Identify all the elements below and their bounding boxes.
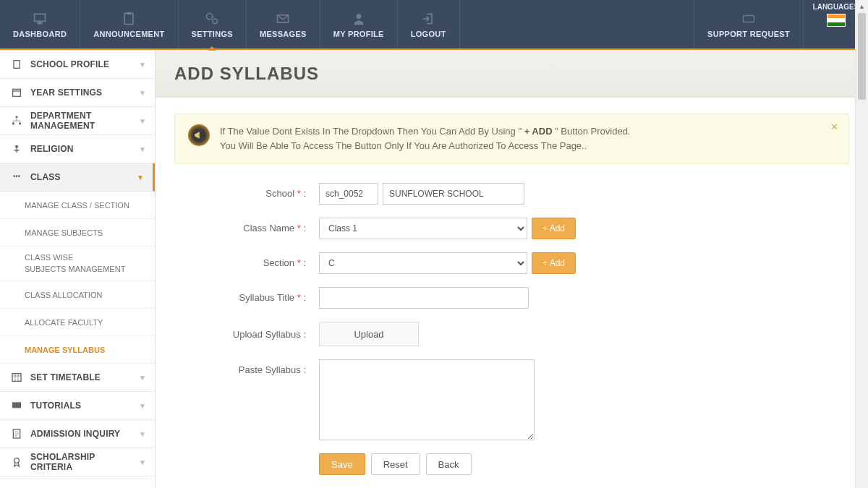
nav-dashboard[interactable]: DASHBOARD	[0, 0, 80, 48]
nav-label: ANNOUNCEMENT	[93, 30, 164, 38]
nav-label: MY PROFILE	[333, 30, 384, 38]
sidebar-item-label: DEPARTMENT MANAGEMENT	[30, 111, 139, 131]
svg-point-5	[356, 14, 361, 19]
nav-label: LOGOUT	[411, 30, 446, 38]
screen-icon	[10, 399, 23, 412]
sidebar-item-scholarship-criteria[interactable]: SCHOLARSHIP CRITERIA ▼	[0, 448, 155, 476]
svg-rect-0	[125, 13, 134, 24]
label-class: Class Name * :	[174, 218, 319, 234]
nav-announcement[interactable]: ANNOUNCEMENT	[80, 0, 178, 48]
nav-label: DASHBOARD	[13, 30, 67, 38]
row-school: School * :	[174, 183, 849, 205]
svg-rect-11	[19, 123, 21, 125]
gears-icon	[202, 11, 222, 27]
svg-rect-8	[13, 89, 21, 96]
svg-point-19	[14, 458, 20, 463]
sidebar-item-admission-inquiry[interactable]: ADMISSION INQUIRY ▼	[0, 420, 155, 448]
sidebar: SCHOOL PROFILE ▼ YEAR SETTINGS ▼ DEPARTM…	[0, 51, 156, 488]
alert-line1a: If The Value Dont Exists In The Dropdown…	[220, 126, 524, 137]
sidebar-item-religion[interactable]: RELIGION ▼	[0, 135, 155, 163]
nav-messages[interactable]: MESSAGES	[247, 0, 320, 48]
sidebar-item-class[interactable]: CLASS ▼	[0, 163, 155, 192]
required-mark: *	[297, 257, 301, 268]
alert-text: If The Value Dont Exists In The Dropdown…	[220, 124, 631, 153]
nav-settings[interactable]: SETTINGS	[179, 0, 247, 48]
info-alert: If The Value Dont Exists In The Dropdown…	[174, 114, 849, 164]
sidebar-item-label: SCHOLARSHIP CRITERIA	[30, 452, 139, 472]
sub-label-line1: CLASS WISE	[25, 252, 73, 263]
sidebar-item-school-profile[interactable]: SCHOOL PROFILE ▼	[0, 51, 155, 79]
syllabus-title-input[interactable]	[319, 287, 529, 309]
row-syllabus-title: Syllabus Title * :	[174, 287, 849, 309]
reset-button[interactable]: Reset	[371, 453, 420, 475]
logout-icon	[418, 11, 438, 27]
chevron-down-icon: ▼	[139, 430, 146, 438]
top-navigation: DASHBOARD ANNOUNCEMENT SETTINGS MESSAGES…	[0, 0, 868, 48]
school-code-input[interactable]	[319, 183, 378, 205]
class-select[interactable]: Class 1	[319, 218, 527, 239]
megaphone-icon	[188, 124, 210, 146]
nav-support-request[interactable]: SUPPORT REQUEST	[694, 0, 803, 48]
add-section-button[interactable]: + Add	[532, 252, 576, 274]
alert-close-icon[interactable]: ✕	[830, 121, 838, 132]
svg-point-2	[207, 13, 213, 19]
alert-line1b: " Button Provided.	[553, 126, 631, 137]
ticket-icon	[739, 11, 759, 27]
nav-label: SETTINGS	[192, 30, 233, 38]
required-mark: *	[297, 292, 301, 303]
paste-syllabus-textarea[interactable]	[319, 359, 535, 440]
section-select[interactable]: C	[319, 252, 527, 274]
sub-manage-class-section[interactable]: MANAGE CLASS / SECTION	[0, 192, 155, 219]
sub-label-line2: SUBJECTS MANAGEMENT	[25, 264, 125, 275]
svg-point-3	[213, 19, 218, 24]
main-content: ADD SYLLABUS If The Value Dont Exists In…	[156, 51, 868, 488]
sidebar-item-tutorials[interactable]: TUTORIALS ▼	[0, 392, 155, 420]
scroll-up-icon[interactable]: ▲	[856, 0, 868, 13]
scroll-thumb[interactable]	[858, 13, 866, 100]
add-class-button[interactable]: + Add	[532, 218, 576, 239]
label-school: School * :	[174, 183, 319, 199]
sub-class-allocation[interactable]: CLASS ALLOCATION	[0, 281, 155, 309]
label-spacer	[174, 453, 319, 458]
svg-point-12	[15, 145, 18, 148]
vertical-scrollbar[interactable]: ▲	[855, 0, 868, 488]
nav-my-profile[interactable]: MY PROFILE	[320, 0, 398, 48]
nav-logout[interactable]: LOGOUT	[398, 0, 460, 48]
sub-manage-subjects[interactable]: MANAGE SUBJECTS	[0, 219, 155, 247]
label-text: Section	[263, 257, 294, 268]
label-paste: Paste Syllabus :	[174, 359, 319, 375]
calendar-grid-icon	[10, 371, 23, 384]
row-section: Section * : C + Add	[174, 252, 849, 274]
chevron-down-icon: ▼	[139, 117, 146, 125]
award-icon	[10, 455, 23, 468]
sidebar-item-year-settings[interactable]: YEAR SETTINGS ▼	[0, 79, 155, 107]
label-upload: Upload Syllabus :	[174, 329, 319, 340]
back-button[interactable]: Back	[426, 453, 472, 475]
sidebar-item-label: YEAR SETTINGS	[30, 87, 139, 98]
svg-rect-10	[12, 123, 14, 125]
sub-manage-syllabus[interactable]: MANAGE SYLLABUS	[0, 336, 155, 364]
upload-button[interactable]: Upload	[319, 322, 419, 346]
sub-allocate-faculty[interactable]: ALLOCATE FACULTY	[0, 309, 155, 336]
sidebar-item-label: SCHOOL PROFILE	[30, 59, 139, 69]
svg-rect-6	[744, 15, 754, 22]
save-button[interactable]: Save	[319, 453, 365, 475]
row-paste: Paste Syllabus :	[174, 359, 849, 440]
label-syllabus-title: Syllabus Title * :	[174, 287, 319, 303]
chevron-down-icon: ▼	[139, 458, 146, 466]
sub-class-wise-subjects-management[interactable]: CLASS WISE SUBJECTS MANAGEMENT	[0, 247, 155, 281]
person-icon	[10, 142, 23, 155]
row-upload: Upload Syllabus : Upload	[174, 322, 849, 346]
required-mark: *	[297, 188, 301, 199]
label-text: School	[265, 188, 294, 199]
svg-point-15	[18, 175, 20, 177]
sidebar-item-set-timetable[interactable]: SET TIMETABLE ▼	[0, 364, 155, 392]
school-name-input[interactable]	[383, 183, 524, 205]
row-class: Class Name * : Class 1 + Add	[174, 218, 849, 239]
sidebar-item-department-management[interactable]: DEPARTMENT MANAGEMENT ▼	[0, 107, 155, 135]
label-section: Section * :	[174, 252, 319, 268]
chevron-down-icon: ▼	[139, 145, 146, 153]
svg-point-14	[16, 175, 18, 177]
svg-rect-1	[127, 12, 132, 14]
svg-rect-16	[12, 374, 21, 382]
